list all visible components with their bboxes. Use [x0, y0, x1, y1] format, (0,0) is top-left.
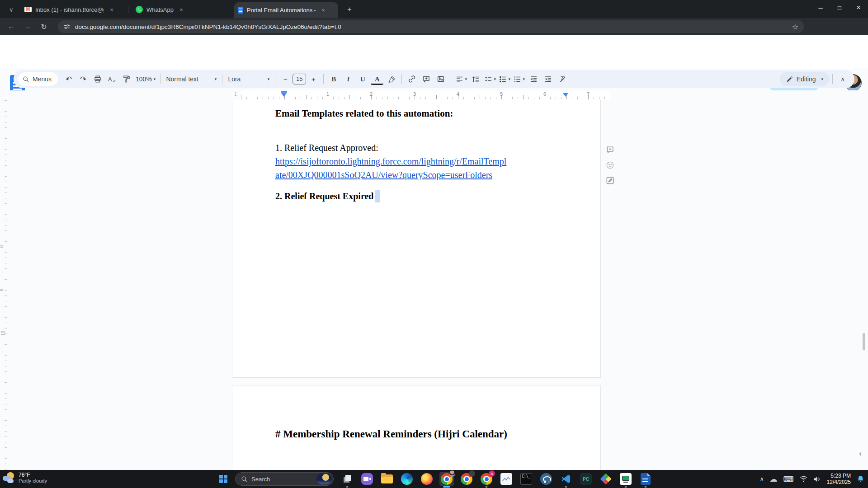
volume-icon[interactable] — [813, 476, 821, 483]
insert-link-button[interactable] — [406, 73, 418, 85]
paint-format-icon[interactable] — [120, 73, 133, 85]
start-button[interactable] — [216, 472, 231, 486]
postgres-button[interactable] — [539, 472, 553, 486]
libreoffice-button[interactable] — [638, 472, 653, 486]
increase-indent-button[interactable] — [542, 73, 554, 85]
bulleted-list-button[interactable]: ▾ — [498, 73, 511, 85]
browser-tab-docs-active[interactable]: Portal Email Automations – Use × — [234, 2, 338, 18]
new-tab-button[interactable]: + — [343, 3, 356, 16]
doc-link-line-1[interactable]: https://isijoftoronto.lightning.force.co… — [275, 156, 506, 167]
edge-button[interactable] — [400, 472, 414, 486]
forward-icon[interactable]: → — [21, 20, 34, 33]
document-canvas: 8 9 10 Email Templates related to this a… — [0, 100, 868, 470]
numbered-list-button[interactable]: ▾ — [513, 73, 525, 85]
close-tab-icon[interactable]: × — [319, 6, 327, 14]
plus-icon: + — [347, 5, 352, 14]
task-view-button[interactable] — [340, 472, 354, 486]
chrome-profile2-button[interactable] — [459, 472, 474, 486]
taskbar-search[interactable]: Search — [235, 472, 334, 486]
font-size-increase[interactable]: + — [307, 73, 320, 85]
bookmark-star-icon[interactable]: ☆ — [792, 23, 798, 31]
align-button[interactable]: ▾ — [455, 73, 467, 85]
chrome-badge-s: S — [489, 470, 495, 477]
first-line-indent-marker[interactable] — [281, 93, 287, 97]
onedrive-cloud-icon[interactable]: ☁ — [770, 474, 778, 484]
hide-menus-button[interactable]: ∧ — [836, 73, 849, 85]
redo-icon[interactable]: ↷ — [77, 73, 90, 85]
wifi-icon[interactable] — [800, 476, 807, 482]
taskpro-button[interactable] — [618, 472, 633, 486]
chevron-down-icon: ▾ — [154, 77, 156, 81]
back-icon[interactable]: ← — [5, 20, 18, 33]
browser-tab-whatsapp[interactable]: WhatsApp × — [132, 3, 228, 16]
highlight-color-button[interactable] — [385, 73, 398, 85]
left-indent-marker[interactable] — [281, 91, 287, 93]
editing-mode-select[interactable]: Editing ▾ — [780, 72, 830, 86]
google-docs-icon — [238, 7, 243, 14]
monitor-app-button[interactable] — [499, 472, 514, 486]
tray-expand-icon[interactable]: ∧ — [760, 476, 764, 482]
touch-keyboard-icon[interactable]: ⌨ — [783, 475, 794, 483]
paragraph-style-select[interactable]: Normal text ▾ — [166, 75, 217, 83]
reload-icon[interactable]: ↻ — [37, 20, 51, 33]
divider — [222, 74, 222, 84]
window-close-button[interactable]: × — [849, 0, 868, 15]
collapse-panel-icon[interactable]: ‹ — [859, 449, 862, 458]
insert-image-button[interactable] — [434, 73, 447, 85]
chrome-active-button[interactable] — [439, 472, 454, 486]
suggest-edits-margin-button[interactable] — [604, 174, 616, 186]
vscode-button[interactable] — [559, 472, 573, 486]
clock[interactable]: 5:23 PM 12/4/2025 — [827, 473, 851, 485]
decrease-indent-button[interactable] — [527, 73, 540, 85]
tab-search-button[interactable]: ∨ — [5, 4, 17, 15]
terminal-button[interactable]: C:\_ — [519, 472, 533, 486]
checklist-button[interactable]: ▾ — [484, 73, 496, 85]
line-spacing-button[interactable] — [469, 73, 482, 85]
close-tab-icon[interactable]: × — [177, 5, 185, 14]
font-select[interactable]: Lora ▾ — [228, 75, 269, 83]
browser-tab-gmail[interactable]: M Inbox (1) - ishann.tforce@gmai × — [21, 3, 124, 16]
menus-label: Menus — [33, 75, 52, 83]
weather-widget[interactable]: 76°F Partly cloudy — [3, 471, 47, 484]
notification-bell-icon[interactable] — [857, 475, 864, 483]
toolbar-menus-search[interactable]: Menus — [18, 72, 58, 86]
kite-app-button[interactable] — [599, 472, 613, 486]
right-indent-marker[interactable] — [563, 93, 568, 97]
chevron-down-icon: ▾ — [821, 77, 823, 81]
add-comment-margin-button[interactable] — [604, 144, 616, 155]
italic-button[interactable]: I — [342, 73, 354, 85]
text-color-button[interactable]: A — [371, 75, 383, 85]
url-field[interactable]: docs.google.com/document/d/1jpc3R6Cmpii0… — [58, 20, 804, 33]
font-size-field[interactable]: 15 — [292, 74, 306, 84]
site-settings-icon[interactable] — [63, 23, 71, 30]
underline-button[interactable]: U — [356, 73, 369, 85]
add-comment-button[interactable] — [420, 73, 433, 85]
window-minimize-button[interactable]: ─ — [811, 0, 830, 15]
search-daily-image — [316, 474, 332, 484]
add-emoji-margin-button[interactable] — [604, 159, 616, 171]
firefox-button[interactable] — [420, 472, 434, 486]
zoom-select[interactable]: 100% ▾ — [136, 75, 156, 83]
file-explorer-button[interactable] — [380, 472, 394, 486]
close-tab-icon[interactable]: × — [108, 5, 116, 14]
doc-link-line-2[interactable]: ate/00XJQ000001sSoQ2AU/view?queryScope=u… — [275, 170, 492, 180]
window-maximize-button[interactable]: □ — [830, 0, 849, 15]
gmail-icon: M — [24, 7, 32, 12]
bold-button[interactable]: B — [327, 73, 340, 85]
mode-label: Editing — [797, 75, 816, 83]
doc-list-item-2: 2. Relief Request Expired — [275, 190, 380, 202]
chat-app-button[interactable] — [360, 472, 374, 486]
search-icon — [23, 76, 29, 83]
pycharm-button[interactable]: PC — [579, 472, 593, 486]
vertical-scrollbar[interactable] — [863, 333, 865, 350]
spellcheck-icon[interactable]: A✓ — [106, 73, 118, 85]
font-size-decrease[interactable]: − — [279, 73, 292, 85]
doc-page2-heading: # Membership Renewal Reminders (Hijri Ca… — [275, 428, 507, 440]
print-icon[interactable] — [91, 73, 104, 85]
chrome-profile-badge — [449, 470, 455, 477]
chrome-profile3-button[interactable]: S — [479, 472, 494, 486]
clear-formatting-button[interactable] — [556, 73, 569, 85]
postgres-icon — [540, 473, 552, 485]
undo-icon[interactable]: ↶ — [62, 73, 75, 85]
chat-icon — [361, 473, 373, 485]
